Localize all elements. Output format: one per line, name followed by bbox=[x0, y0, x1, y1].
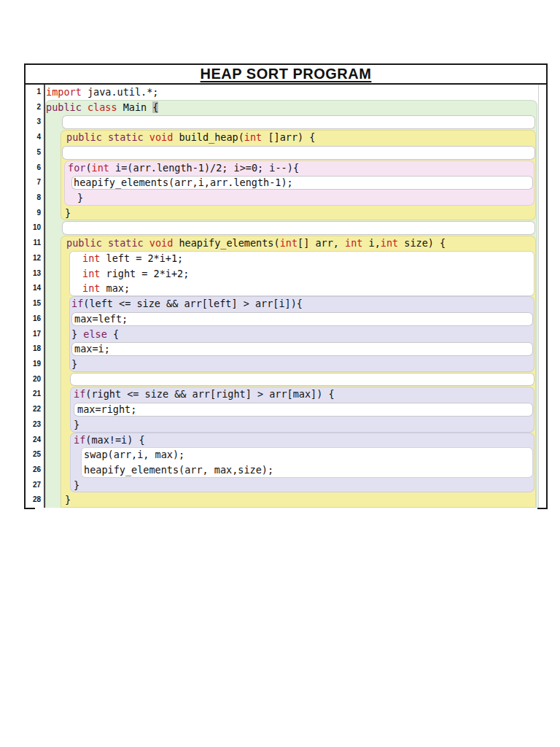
code-text: heapify_elements(arr,i,arr.length-1); bbox=[74, 177, 293, 188]
code-text: (left <= size && arr[left] > arr[i]){ bbox=[83, 298, 303, 309]
code-line-7: heapify_elements(arr,i,arr.length-1); bbox=[64, 175, 534, 190]
code-text: max=right; bbox=[77, 403, 136, 415]
line-number: 12 bbox=[26, 251, 44, 266]
for-loop-scope: for(int i=(arr.length-1)/2; i>=0; i--){h… bbox=[64, 160, 534, 206]
line-number: 14 bbox=[26, 281, 44, 296]
line-number: 20 bbox=[26, 372, 44, 387]
line-number: 28 bbox=[26, 492, 44, 508]
keyword-statement: if bbox=[74, 434, 85, 446]
bracket-highlight: { bbox=[152, 101, 158, 113]
code-text: build_heap( bbox=[173, 131, 244, 143]
program-listing-frame: HEAP SORT PROGRAM 1234567891011121314151… bbox=[24, 63, 548, 509]
statement-box: max=i; bbox=[71, 342, 533, 356]
keyword-type: int bbox=[381, 237, 398, 249]
line-number: 25 bbox=[26, 447, 44, 462]
code-text: } bbox=[77, 192, 83, 204]
code-text: (max!=i) { bbox=[85, 434, 144, 446]
keyword-statement: public bbox=[46, 101, 88, 113]
statement-box bbox=[70, 373, 534, 387]
code-text: [] arr, bbox=[298, 237, 345, 249]
code-text: } bbox=[65, 207, 71, 219]
build-heap-tail: } bbox=[61, 206, 536, 221]
method-scope-build-heap: public static void build_heap(int []arr)… bbox=[61, 130, 536, 220]
code-line-6: for(int i=(arr.length-1)/2; i>=0; i--){ bbox=[64, 160, 534, 176]
code-line-17: } else { bbox=[69, 327, 534, 342]
code-text: } bbox=[71, 358, 77, 370]
heapify-head: public static void heapify_elements(int[… bbox=[61, 236, 536, 251]
code-line-24: if(max!=i) { bbox=[70, 433, 534, 448]
line-number: 22 bbox=[26, 402, 44, 417]
line-number: 18 bbox=[26, 341, 44, 357]
if-scope-max: if(max!=i) { swap(arr,i, max);heapify_el… bbox=[70, 433, 534, 493]
code-text: (right <= size && arr[right] > arr[max])… bbox=[85, 388, 334, 400]
code-line-9: } bbox=[61, 206, 536, 221]
code-text: size) { bbox=[398, 237, 446, 249]
keyword-statement: for bbox=[68, 162, 85, 174]
code-text: heapify_elements( bbox=[173, 237, 279, 249]
code-text: { bbox=[107, 328, 119, 340]
line-number: 27 bbox=[26, 478, 44, 493]
keyword-type: int bbox=[244, 131, 262, 143]
keyword-type: int bbox=[280, 237, 298, 249]
code-line-15: if(left <= size && arr[left] > arr[i]){ bbox=[69, 296, 534, 311]
code-text: } bbox=[74, 479, 79, 491]
line-number: 21 bbox=[26, 387, 44, 402]
code-text: } bbox=[65, 494, 71, 506]
code-line-2: public class Main { bbox=[45, 100, 537, 115]
line-number: 9 bbox=[26, 206, 44, 221]
swap-recurse-box: swap(arr,i, max);heapify_elements(arr, m… bbox=[81, 447, 533, 477]
code-line-20 bbox=[61, 372, 536, 387]
line-number: 8 bbox=[26, 190, 44, 206]
heapify-tail: } bbox=[61, 492, 536, 508]
code-line-5 bbox=[61, 145, 536, 160]
keyword-type: void bbox=[149, 131, 174, 143]
line-number: 2 bbox=[26, 100, 44, 115]
code-line-13: int right = 2*i+2; bbox=[69, 266, 534, 282]
code-line-1: import java.util.*; bbox=[45, 85, 546, 100]
keyword-statement: if bbox=[74, 388, 85, 400]
line-number: 17 bbox=[26, 327, 44, 342]
code-line-12: int left = 2*i+1; bbox=[69, 251, 534, 266]
code-text: heapify_elements(arr, max,size); bbox=[84, 464, 273, 476]
line-number: 11 bbox=[26, 236, 44, 251]
line-number: 5 bbox=[26, 145, 44, 160]
code-area: import java.util.*; public class Main { … bbox=[45, 85, 546, 508]
code-line-14: int max; bbox=[69, 281, 534, 296]
code-text: max=i; bbox=[74, 343, 110, 355]
code-text: ( bbox=[85, 162, 91, 174]
code-line-18: max=i; bbox=[69, 341, 534, 357]
code-line-4: public static void build_heap(int []arr)… bbox=[61, 130, 536, 145]
declarations-box: int left = 2*i+1;int right = 2*i+2;int m… bbox=[69, 251, 534, 296]
code-line-10 bbox=[45, 220, 537, 236]
keyword-type: int bbox=[345, 237, 362, 249]
keyword-statement: if bbox=[71, 298, 83, 309]
class-scope-middle bbox=[45, 220, 537, 236]
class-scope-head: public class Main { bbox=[45, 100, 537, 130]
code-text: java.util.*; bbox=[82, 86, 159, 98]
keyword-statement: else bbox=[83, 328, 107, 340]
page-title: HEAP SORT PROGRAM bbox=[201, 66, 372, 82]
line-number: 13 bbox=[26, 266, 44, 282]
code-text: swap(arr,i, max); bbox=[84, 449, 184, 460]
keyword-type: int bbox=[82, 252, 100, 264]
keyword-type: int bbox=[82, 282, 100, 294]
line-number: 23 bbox=[26, 417, 44, 433]
line-number: 7 bbox=[26, 175, 44, 190]
statement-box bbox=[62, 221, 535, 235]
heapify-middle bbox=[61, 372, 536, 387]
line-number: 26 bbox=[26, 462, 44, 478]
code-line-19: } bbox=[69, 357, 534, 372]
code-line-26: heapify_elements(arr, max,size); bbox=[81, 462, 533, 478]
code-line-8: } bbox=[64, 190, 534, 206]
keyword-type: void bbox=[149, 237, 174, 249]
line-number: 10 bbox=[26, 220, 44, 236]
keyword-type: import bbox=[46, 86, 82, 98]
statement-box bbox=[62, 115, 535, 129]
code-text: max; bbox=[100, 282, 130, 294]
code-text: i, bbox=[362, 237, 380, 249]
code-line-27: } bbox=[70, 478, 534, 493]
line-number: 1 bbox=[26, 85, 44, 100]
line-number: 19 bbox=[26, 357, 44, 372]
line-number: 16 bbox=[26, 311, 44, 327]
keyword-type: class bbox=[88, 101, 117, 113]
